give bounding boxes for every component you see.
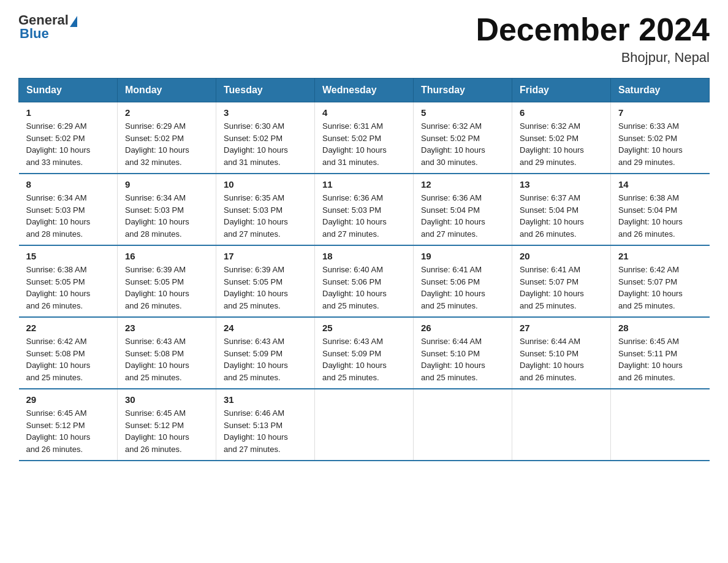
day-info: Sunrise: 6:29 AM Sunset: 5:02 PM Dayligh… <box>125 120 208 168</box>
day-cell: 10 Sunrise: 6:35 AM Sunset: 5:03 PM Dayl… <box>216 174 315 245</box>
day-cell: 31 Sunrise: 6:46 AM Sunset: 5:13 PM Dayl… <box>216 389 315 461</box>
day-cell: 26 Sunrise: 6:44 AM Sunset: 5:10 PM Dayl… <box>414 317 512 389</box>
day-info: Sunrise: 6:43 AM Sunset: 5:09 PM Dayligh… <box>322 335 406 383</box>
day-number: 30 <box>125 394 208 405</box>
day-cell: 15 Sunrise: 6:38 AM Sunset: 5:05 PM Dayl… <box>19 245 118 317</box>
day-number: 22 <box>26 323 110 333</box>
day-info: Sunrise: 6:30 AM Sunset: 5:02 PM Dayligh… <box>224 120 307 168</box>
day-info: Sunrise: 6:34 AM Sunset: 5:03 PM Dayligh… <box>26 192 110 240</box>
day-cell: 23 Sunrise: 6:43 AM Sunset: 5:08 PM Dayl… <box>118 317 216 389</box>
day-number: 21 <box>618 251 702 261</box>
day-info: Sunrise: 6:34 AM Sunset: 5:03 PM Dayligh… <box>125 192 208 240</box>
day-number: 10 <box>224 179 307 190</box>
day-info: Sunrise: 6:35 AM Sunset: 5:03 PM Dayligh… <box>224 192 307 240</box>
header-row: SundayMondayTuesdayWednesdayThursdayFrid… <box>19 79 710 102</box>
day-info: Sunrise: 6:37 AM Sunset: 5:04 PM Dayligh… <box>520 192 603 240</box>
day-info: Sunrise: 6:41 AM Sunset: 5:07 PM Dayligh… <box>520 264 603 312</box>
header-cell-wednesday: Wednesday <box>315 79 414 102</box>
day-number: 31 <box>224 394 307 405</box>
week-row-2: 8 Sunrise: 6:34 AM Sunset: 5:03 PM Dayli… <box>19 174 710 245</box>
day-number: 20 <box>520 251 603 261</box>
calendar-table: SundayMondayTuesdayWednesdayThursdayFrid… <box>18 78 710 461</box>
day-info: Sunrise: 6:42 AM Sunset: 5:07 PM Dayligh… <box>618 264 702 312</box>
logo-arrow-icon <box>70 16 77 27</box>
day-number: 9 <box>125 179 208 190</box>
logo-blue-text: Blue <box>20 26 49 42</box>
day-cell: 6 Sunrise: 6:32 AM Sunset: 5:02 PM Dayli… <box>512 102 611 174</box>
day-number: 8 <box>26 179 110 190</box>
day-number: 24 <box>224 323 307 333</box>
day-info: Sunrise: 6:39 AM Sunset: 5:05 PM Dayligh… <box>125 264 208 312</box>
day-number: 3 <box>224 107 307 118</box>
day-cell <box>611 389 710 461</box>
week-row-3: 15 Sunrise: 6:38 AM Sunset: 5:05 PM Dayl… <box>19 245 710 317</box>
month-title: December 2024 <box>476 12 710 47</box>
header-cell-thursday: Thursday <box>414 79 512 102</box>
day-number: 12 <box>421 179 504 190</box>
day-cell: 2 Sunrise: 6:29 AM Sunset: 5:02 PM Dayli… <box>118 102 216 174</box>
day-info: Sunrise: 6:38 AM Sunset: 5:05 PM Dayligh… <box>26 264 110 312</box>
page-header: General Blue December 2024 Bhojpur, Nepa… <box>18 12 710 66</box>
day-number: 7 <box>618 107 702 118</box>
week-row-4: 22 Sunrise: 6:42 AM Sunset: 5:08 PM Dayl… <box>19 317 710 389</box>
day-info: Sunrise: 6:44 AM Sunset: 5:10 PM Dayligh… <box>421 335 504 383</box>
day-cell: 1 Sunrise: 6:29 AM Sunset: 5:02 PM Dayli… <box>19 102 118 174</box>
day-number: 23 <box>125 323 208 333</box>
day-cell: 4 Sunrise: 6:31 AM Sunset: 5:02 PM Dayli… <box>315 102 414 174</box>
day-info: Sunrise: 6:44 AM Sunset: 5:10 PM Dayligh… <box>520 335 603 383</box>
day-number: 18 <box>322 251 406 261</box>
day-number: 4 <box>322 107 406 118</box>
day-cell: 12 Sunrise: 6:36 AM Sunset: 5:04 PM Dayl… <box>414 174 512 245</box>
day-number: 27 <box>520 323 603 333</box>
day-cell <box>315 389 414 461</box>
day-number: 2 <box>125 107 208 118</box>
header-cell-sunday: Sunday <box>19 79 118 102</box>
day-cell: 8 Sunrise: 6:34 AM Sunset: 5:03 PM Dayli… <box>19 174 118 245</box>
day-cell: 27 Sunrise: 6:44 AM Sunset: 5:10 PM Dayl… <box>512 317 611 389</box>
day-cell <box>414 389 512 461</box>
day-info: Sunrise: 6:42 AM Sunset: 5:08 PM Dayligh… <box>26 335 110 383</box>
day-info: Sunrise: 6:29 AM Sunset: 5:02 PM Dayligh… <box>26 120 110 168</box>
day-info: Sunrise: 6:45 AM Sunset: 5:11 PM Dayligh… <box>618 335 702 383</box>
day-number: 25 <box>322 323 406 333</box>
day-info: Sunrise: 6:46 AM Sunset: 5:13 PM Dayligh… <box>224 407 307 455</box>
day-info: Sunrise: 6:43 AM Sunset: 5:08 PM Dayligh… <box>125 335 208 383</box>
day-number: 16 <box>125 251 208 261</box>
calendar-header: SundayMondayTuesdayWednesdayThursdayFrid… <box>19 79 710 102</box>
day-cell: 30 Sunrise: 6:45 AM Sunset: 5:12 PM Dayl… <box>118 389 216 461</box>
day-cell: 25 Sunrise: 6:43 AM Sunset: 5:09 PM Dayl… <box>315 317 414 389</box>
location: Bhojpur, Nepal <box>476 50 710 66</box>
day-number: 6 <box>520 107 603 118</box>
day-cell: 28 Sunrise: 6:45 AM Sunset: 5:11 PM Dayl… <box>611 317 710 389</box>
day-info: Sunrise: 6:45 AM Sunset: 5:12 PM Dayligh… <box>125 407 208 455</box>
day-info: Sunrise: 6:45 AM Sunset: 5:12 PM Dayligh… <box>26 407 110 455</box>
day-info: Sunrise: 6:40 AM Sunset: 5:06 PM Dayligh… <box>322 264 406 312</box>
day-cell: 17 Sunrise: 6:39 AM Sunset: 5:05 PM Dayl… <box>216 245 315 317</box>
day-number: 26 <box>421 323 504 333</box>
day-number: 15 <box>26 251 110 261</box>
header-cell-tuesday: Tuesday <box>216 79 315 102</box>
day-number: 28 <box>618 323 702 333</box>
calendar-body: 1 Sunrise: 6:29 AM Sunset: 5:02 PM Dayli… <box>19 102 710 461</box>
day-cell: 20 Sunrise: 6:41 AM Sunset: 5:07 PM Dayl… <box>512 245 611 317</box>
day-number: 13 <box>520 179 603 190</box>
header-cell-friday: Friday <box>512 79 611 102</box>
day-cell: 9 Sunrise: 6:34 AM Sunset: 5:03 PM Dayli… <box>118 174 216 245</box>
day-cell: 24 Sunrise: 6:43 AM Sunset: 5:09 PM Dayl… <box>216 317 315 389</box>
day-number: 29 <box>26 394 110 405</box>
day-info: Sunrise: 6:43 AM Sunset: 5:09 PM Dayligh… <box>224 335 307 383</box>
header-cell-monday: Monday <box>118 79 216 102</box>
day-cell: 16 Sunrise: 6:39 AM Sunset: 5:05 PM Dayl… <box>118 245 216 317</box>
day-number: 14 <box>618 179 702 190</box>
logo: General Blue <box>18 12 78 42</box>
day-cell: 18 Sunrise: 6:40 AM Sunset: 5:06 PM Dayl… <box>315 245 414 317</box>
day-cell: 22 Sunrise: 6:42 AM Sunset: 5:08 PM Dayl… <box>19 317 118 389</box>
day-info: Sunrise: 6:36 AM Sunset: 5:03 PM Dayligh… <box>322 192 406 240</box>
day-cell: 7 Sunrise: 6:33 AM Sunset: 5:02 PM Dayli… <box>611 102 710 174</box>
day-cell: 19 Sunrise: 6:41 AM Sunset: 5:06 PM Dayl… <box>414 245 512 317</box>
day-number: 11 <box>322 179 406 190</box>
week-row-5: 29 Sunrise: 6:45 AM Sunset: 5:12 PM Dayl… <box>19 389 710 461</box>
day-cell: 29 Sunrise: 6:45 AM Sunset: 5:12 PM Dayl… <box>19 389 118 461</box>
day-cell: 13 Sunrise: 6:37 AM Sunset: 5:04 PM Dayl… <box>512 174 611 245</box>
day-info: Sunrise: 6:39 AM Sunset: 5:05 PM Dayligh… <box>224 264 307 312</box>
